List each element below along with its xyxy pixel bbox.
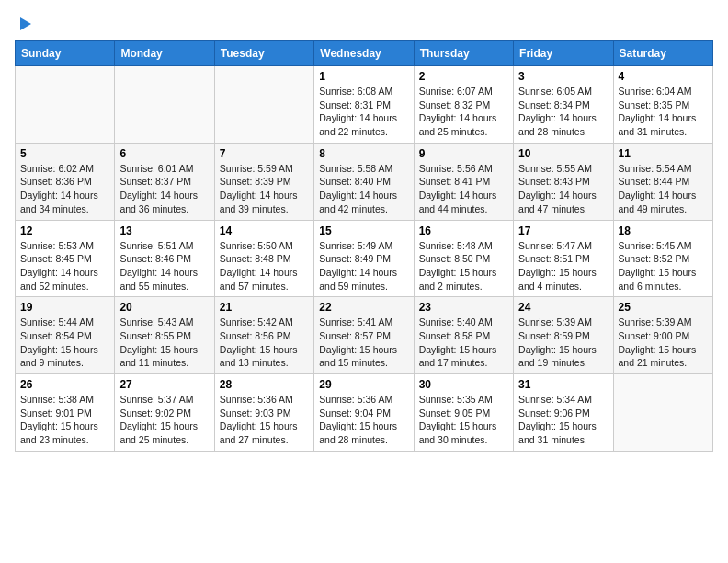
calendar-cell: 5Sunrise: 6:02 AM Sunset: 8:36 PM Daylig… bbox=[16, 143, 115, 220]
calendar-cell: 10Sunrise: 5:55 AM Sunset: 8:43 PM Dayli… bbox=[514, 143, 613, 220]
weekday-header-saturday: Saturday bbox=[613, 41, 712, 66]
day-number: 11 bbox=[619, 147, 708, 160]
calendar-week-row: 12Sunrise: 5:53 AM Sunset: 8:45 PM Dayli… bbox=[16, 220, 713, 297]
day-number: 10 bbox=[518, 147, 608, 160]
day-info: Sunrise: 6:08 AM Sunset: 8:31 PM Dayligh… bbox=[319, 85, 408, 139]
day-number: 14 bbox=[220, 224, 309, 237]
day-number: 16 bbox=[419, 224, 508, 237]
day-number: 25 bbox=[619, 301, 708, 314]
day-number: 13 bbox=[119, 224, 209, 237]
day-info: Sunrise: 5:55 AM Sunset: 8:43 PM Dayligh… bbox=[518, 162, 608, 216]
day-info: Sunrise: 5:34 AM Sunset: 9:06 PM Dayligh… bbox=[518, 393, 608, 447]
day-info: Sunrise: 6:02 AM Sunset: 8:36 PM Dayligh… bbox=[20, 162, 109, 216]
day-number: 26 bbox=[20, 378, 109, 391]
day-info: Sunrise: 5:42 AM Sunset: 8:56 PM Dayligh… bbox=[220, 316, 309, 370]
day-info: Sunrise: 6:05 AM Sunset: 8:34 PM Dayligh… bbox=[518, 85, 608, 139]
calendar-cell: 29Sunrise: 5:36 AM Sunset: 9:04 PM Dayli… bbox=[314, 374, 414, 452]
calendar-week-row: 26Sunrise: 5:38 AM Sunset: 9:01 PM Dayli… bbox=[16, 374, 713, 452]
calendar-cell: 19Sunrise: 5:44 AM Sunset: 8:54 PM Dayli… bbox=[16, 297, 115, 374]
weekday-header-row: SundayMondayTuesdayWednesdayThursdayFrid… bbox=[16, 41, 713, 66]
day-info: Sunrise: 6:04 AM Sunset: 8:35 PM Dayligh… bbox=[619, 85, 708, 139]
calendar-cell: 28Sunrise: 5:36 AM Sunset: 9:03 PM Dayli… bbox=[214, 374, 313, 452]
calendar-cell: 16Sunrise: 5:48 AM Sunset: 8:50 PM Dayli… bbox=[414, 220, 513, 297]
calendar-cell: 31Sunrise: 5:34 AM Sunset: 9:06 PM Dayli… bbox=[514, 374, 613, 452]
day-number: 6 bbox=[119, 147, 209, 160]
day-info: Sunrise: 5:48 AM Sunset: 8:50 PM Dayligh… bbox=[419, 239, 508, 293]
calendar-week-row: 1Sunrise: 6:08 AM Sunset: 8:31 PM Daylig… bbox=[16, 66, 713, 144]
day-info: Sunrise: 5:58 AM Sunset: 8:40 PM Dayligh… bbox=[319, 162, 408, 216]
day-number: 24 bbox=[518, 301, 608, 314]
day-info: Sunrise: 5:39 AM Sunset: 9:00 PM Dayligh… bbox=[619, 316, 708, 370]
calendar-cell: 20Sunrise: 5:43 AM Sunset: 8:55 PM Dayli… bbox=[115, 297, 214, 374]
day-info: Sunrise: 5:51 AM Sunset: 8:46 PM Dayligh… bbox=[119, 239, 209, 293]
weekday-header-wednesday: Wednesday bbox=[314, 41, 414, 66]
day-number: 20 bbox=[119, 301, 209, 314]
day-info: Sunrise: 5:50 AM Sunset: 8:48 PM Dayligh… bbox=[220, 239, 309, 293]
day-info: Sunrise: 6:01 AM Sunset: 8:37 PM Dayligh… bbox=[119, 162, 209, 216]
calendar-cell: 26Sunrise: 5:38 AM Sunset: 9:01 PM Dayli… bbox=[16, 374, 115, 452]
day-number: 27 bbox=[119, 378, 209, 391]
day-number: 19 bbox=[20, 301, 109, 314]
calendar-cell: 3Sunrise: 6:05 AM Sunset: 8:34 PM Daylig… bbox=[514, 66, 613, 144]
day-info: Sunrise: 5:54 AM Sunset: 8:44 PM Dayligh… bbox=[619, 162, 708, 216]
day-number: 5 bbox=[20, 147, 109, 160]
svg-marker-0 bbox=[20, 17, 31, 30]
day-number: 9 bbox=[419, 147, 508, 160]
calendar-cell: 1Sunrise: 6:08 AM Sunset: 8:31 PM Daylig… bbox=[314, 66, 414, 144]
calendar-cell: 12Sunrise: 5:53 AM Sunset: 8:45 PM Dayli… bbox=[16, 220, 115, 297]
day-info: Sunrise: 5:35 AM Sunset: 9:05 PM Dayligh… bbox=[419, 393, 508, 447]
calendar-cell: 27Sunrise: 5:37 AM Sunset: 9:02 PM Dayli… bbox=[115, 374, 214, 452]
day-info: Sunrise: 5:38 AM Sunset: 9:01 PM Dayligh… bbox=[20, 393, 109, 447]
page-header bbox=[15, 15, 713, 33]
day-number: 23 bbox=[419, 301, 508, 314]
day-number: 7 bbox=[220, 147, 309, 160]
day-info: Sunrise: 5:56 AM Sunset: 8:41 PM Dayligh… bbox=[419, 162, 508, 216]
day-number: 30 bbox=[419, 378, 508, 391]
day-info: Sunrise: 5:39 AM Sunset: 8:59 PM Dayligh… bbox=[518, 316, 608, 370]
day-info: Sunrise: 5:37 AM Sunset: 9:02 PM Dayligh… bbox=[119, 393, 209, 447]
calendar-cell: 17Sunrise: 5:47 AM Sunset: 8:51 PM Dayli… bbox=[514, 220, 613, 297]
calendar-cell: 23Sunrise: 5:40 AM Sunset: 8:58 PM Dayli… bbox=[414, 297, 513, 374]
day-number: 4 bbox=[619, 70, 708, 83]
day-number: 12 bbox=[20, 224, 109, 237]
weekday-header-sunday: Sunday bbox=[16, 41, 115, 66]
calendar-cell: 8Sunrise: 5:58 AM Sunset: 8:40 PM Daylig… bbox=[314, 143, 414, 220]
calendar-cell bbox=[613, 374, 712, 452]
calendar-cell: 14Sunrise: 5:50 AM Sunset: 8:48 PM Dayli… bbox=[214, 220, 313, 297]
calendar-cell: 24Sunrise: 5:39 AM Sunset: 8:59 PM Dayli… bbox=[514, 297, 613, 374]
day-number: 1 bbox=[319, 70, 408, 83]
calendar-cell: 9Sunrise: 5:56 AM Sunset: 8:41 PM Daylig… bbox=[414, 143, 513, 220]
day-info: Sunrise: 5:53 AM Sunset: 8:45 PM Dayligh… bbox=[20, 239, 109, 293]
logo-arrow-icon bbox=[17, 15, 35, 33]
day-number: 3 bbox=[518, 70, 608, 83]
weekday-header-tuesday: Tuesday bbox=[214, 41, 313, 66]
calendar-cell: 15Sunrise: 5:49 AM Sunset: 8:49 PM Dayli… bbox=[314, 220, 414, 297]
day-info: Sunrise: 5:36 AM Sunset: 9:04 PM Dayligh… bbox=[319, 393, 408, 447]
day-info: Sunrise: 5:41 AM Sunset: 8:57 PM Dayligh… bbox=[319, 316, 408, 370]
day-number: 17 bbox=[518, 224, 608, 237]
day-number: 31 bbox=[518, 378, 608, 391]
calendar-week-row: 5Sunrise: 6:02 AM Sunset: 8:36 PM Daylig… bbox=[16, 143, 713, 220]
calendar-cell: 25Sunrise: 5:39 AM Sunset: 9:00 PM Dayli… bbox=[613, 297, 712, 374]
calendar-cell bbox=[214, 66, 313, 144]
day-number: 15 bbox=[319, 224, 408, 237]
weekday-header-friday: Friday bbox=[514, 41, 613, 66]
calendar-cell: 18Sunrise: 5:45 AM Sunset: 8:52 PM Dayli… bbox=[613, 220, 712, 297]
weekday-header-monday: Monday bbox=[115, 41, 214, 66]
day-number: 22 bbox=[319, 301, 408, 314]
calendar-cell bbox=[16, 66, 115, 144]
day-info: Sunrise: 5:43 AM Sunset: 8:55 PM Dayligh… bbox=[119, 316, 209, 370]
day-info: Sunrise: 5:59 AM Sunset: 8:39 PM Dayligh… bbox=[220, 162, 309, 216]
calendar-week-row: 19Sunrise: 5:44 AM Sunset: 8:54 PM Dayli… bbox=[16, 297, 713, 374]
calendar-cell: 22Sunrise: 5:41 AM Sunset: 8:57 PM Dayli… bbox=[314, 297, 414, 374]
calendar-cell: 2Sunrise: 6:07 AM Sunset: 8:32 PM Daylig… bbox=[414, 66, 513, 144]
calendar-cell: 21Sunrise: 5:42 AM Sunset: 8:56 PM Dayli… bbox=[214, 297, 313, 374]
day-info: Sunrise: 6:07 AM Sunset: 8:32 PM Dayligh… bbox=[419, 85, 508, 139]
day-number: 21 bbox=[220, 301, 309, 314]
weekday-header-thursday: Thursday bbox=[414, 41, 513, 66]
day-number: 8 bbox=[319, 147, 408, 160]
calendar-table: SundayMondayTuesdayWednesdayThursdayFrid… bbox=[15, 40, 713, 452]
calendar-cell bbox=[115, 66, 214, 144]
calendar-cell: 6Sunrise: 6:01 AM Sunset: 8:37 PM Daylig… bbox=[115, 143, 214, 220]
day-info: Sunrise: 5:36 AM Sunset: 9:03 PM Dayligh… bbox=[220, 393, 309, 447]
